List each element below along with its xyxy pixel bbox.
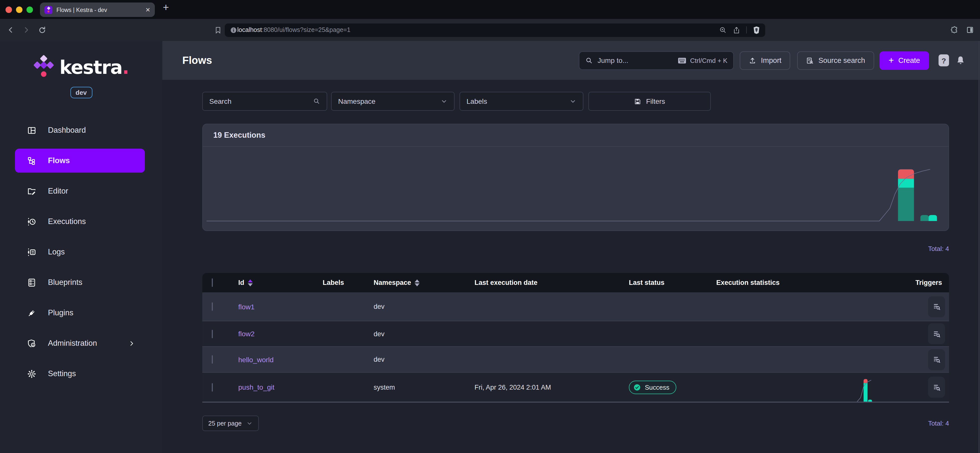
kestra-logo[interactable]: kestra. — [0, 55, 162, 80]
browser-toolbar: localhost:8080/ui/flows?size=25&page=1 — [0, 19, 980, 41]
flow-id-link[interactable]: hello_world — [238, 355, 274, 363]
kestra-logo-text: kestra. — [59, 57, 129, 78]
share-icon[interactable] — [733, 26, 740, 34]
sidebar-item-settings[interactable]: Settings — [15, 362, 145, 386]
minimize-window-button[interactable] — [16, 6, 22, 13]
executions-panel-title: 19 Executions — [203, 124, 948, 147]
sidebar-item-label: Administration — [48, 339, 97, 348]
executions-icon — [27, 217, 37, 226]
sidebar-item-editor[interactable]: Editor — [15, 179, 145, 203]
executions-chart[interactable] — [203, 147, 948, 231]
triggers-button[interactable] — [928, 349, 945, 370]
execution-statistics-minichart[interactable] — [716, 371, 881, 402]
search-icon — [585, 57, 593, 64]
import-button[interactable]: Import — [740, 51, 791, 70]
column-header-labels: Labels — [323, 279, 374, 287]
search-input[interactable]: Search — [202, 92, 327, 111]
back-icon[interactable] — [7, 26, 15, 34]
new-tab-button[interactable]: + — [163, 2, 169, 13]
brave-shield-icon[interactable] — [753, 26, 760, 34]
row-checkbox[interactable] — [212, 303, 213, 311]
sidebar-item-executions[interactable]: Executions — [15, 209, 145, 233]
table-row[interactable]: flow2 dev — [202, 321, 949, 346]
url-bar-divider — [746, 27, 747, 33]
bookmark-icon[interactable] — [214, 26, 222, 34]
tab-title: Flows | Kestra - dev — [56, 7, 142, 13]
search-placeholder: Search — [209, 97, 232, 105]
sidebar-item-label: Editor — [48, 187, 68, 196]
filters-button[interactable]: Filters — [589, 92, 711, 111]
logs-icon — [27, 247, 37, 257]
url-bar[interactable]: localhost:8080/ui/flows?size=25&page=1 — [225, 23, 765, 36]
sort-icon[interactable] — [415, 279, 420, 286]
jump-to-search[interactable]: Jump to... Ctrl/Cmd + K — [579, 51, 734, 70]
namespace-select[interactable]: Namespace — [331, 92, 455, 111]
table-header-row: Id Labels Namespace Last execution date … — [202, 273, 949, 292]
sort-icon[interactable] — [248, 279, 253, 286]
table-footer: 25 per page Total: 4 — [202, 416, 949, 431]
page-scrollbar[interactable] — [978, 41, 980, 453]
namespace-select-label: Namespace — [338, 97, 375, 105]
executions-panel: 19 Executions — [202, 124, 949, 231]
sidebar-item-label: Blueprints — [48, 278, 83, 287]
triggers-button[interactable] — [928, 323, 945, 344]
triggers-button[interactable] — [928, 377, 945, 398]
table-row[interactable]: push_to_git system Fri, Apr 26, 2024 2:0… — [202, 372, 949, 402]
flow-id-link[interactable]: flow1 — [238, 303, 255, 310]
administration-icon — [27, 339, 37, 348]
per-page-select[interactable]: 25 per page — [202, 416, 258, 431]
url-host: localhost — [237, 27, 262, 33]
row-namespace: system — [374, 383, 474, 391]
status-badge-label: Success — [645, 383, 669, 391]
import-label: Import — [761, 56, 781, 64]
url-path: :8080/ui/flows?size=25&page=1 — [262, 27, 350, 33]
column-header-id[interactable]: Id — [238, 279, 323, 287]
sidebar-item-logs[interactable]: Logs — [15, 240, 145, 264]
site-info-icon[interactable] — [230, 26, 237, 34]
sidebar-item-dashboard[interactable]: Dashboard — [15, 118, 145, 142]
notifications-bell-icon[interactable] — [956, 55, 965, 65]
row-checkbox[interactable] — [212, 329, 213, 338]
help-icon[interactable]: ? — [939, 54, 949, 67]
sidebar-item-label: Settings — [48, 369, 76, 378]
forward-icon[interactable] — [22, 26, 30, 34]
chevron-down-icon — [246, 420, 253, 426]
sidebar-item-label: Executions — [48, 217, 86, 226]
table-row[interactable]: flow1 dev — [202, 292, 949, 321]
row-checkbox[interactable] — [212, 355, 213, 364]
zoom-page-icon[interactable] — [719, 26, 727, 34]
sidebar-panel-icon[interactable] — [966, 26, 974, 34]
table-row[interactable]: hello_world dev — [202, 346, 949, 372]
extensions-puzzle-icon[interactable] — [951, 26, 959, 34]
blueprints-icon — [27, 278, 37, 287]
tab-close-icon[interactable]: ✕ — [145, 6, 150, 13]
row-checkbox[interactable] — [212, 383, 213, 391]
column-header-last-status: Last status — [629, 279, 716, 287]
reload-icon[interactable] — [38, 26, 46, 34]
plus-icon: + — [889, 55, 894, 66]
filters-button-label: Filters — [646, 97, 665, 105]
page-header: Flows Jump to... Ctrl/Cmd + K Import — [162, 41, 980, 80]
select-all-checkbox[interactable] — [212, 279, 213, 287]
sidebar-item-administration[interactable]: Administration — [15, 331, 145, 355]
jump-to-placeholder: Jump to... — [598, 56, 628, 64]
source-search-button[interactable]: Source search — [797, 51, 874, 70]
row-namespace: dev — [374, 303, 474, 310]
create-button[interactable]: + Create — [880, 51, 929, 70]
search-icon — [313, 98, 320, 105]
window-controls — [5, 6, 33, 13]
close-window-button[interactable] — [5, 6, 12, 13]
labels-select-label: Labels — [466, 97, 487, 105]
flow-id-link[interactable]: push_to_git — [238, 383, 274, 391]
triggers-button[interactable] — [928, 296, 945, 317]
sidebar-item-plugins[interactable]: Plugins — [15, 301, 145, 325]
sidebar-item-blueprints[interactable]: Blueprints — [15, 271, 145, 295]
browser-tab[interactable]: Flows | Kestra - dev ✕ — [40, 3, 155, 17]
flow-id-link[interactable]: flow2 — [238, 330, 255, 338]
save-filters-icon — [634, 98, 641, 105]
labels-select[interactable]: Labels — [460, 92, 584, 111]
zoom-window-button[interactable] — [27, 6, 33, 13]
column-header-triggers: Triggers — [881, 279, 949, 287]
column-header-namespace[interactable]: Namespace — [374, 279, 474, 287]
sidebar-item-flows[interactable]: Flows — [15, 149, 145, 173]
